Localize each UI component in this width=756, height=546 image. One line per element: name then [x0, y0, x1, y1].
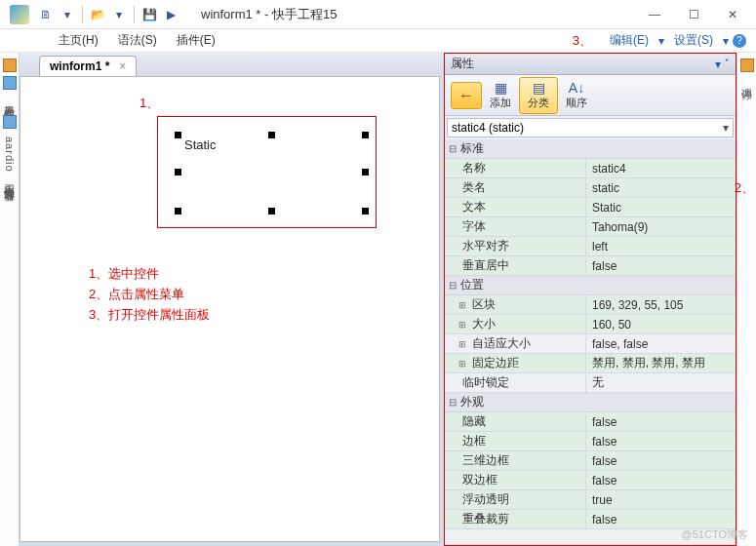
minimize-button[interactable]: —: [635, 0, 674, 29]
property-name: 双边框: [445, 471, 586, 489]
menu-settings[interactable]: 设置(S): [664, 30, 723, 51]
menu-plugin[interactable]: 插件(E): [167, 30, 225, 51]
dropdown-icon[interactable]: ▾: [59, 6, 76, 23]
rail-label-controls[interactable]: 界面控件: [2, 98, 17, 101]
property-row[interactable]: 边框false: [445, 432, 736, 451]
expand-icon[interactable]: ⊞: [458, 359, 470, 369]
static-control[interactable]: Static: [184, 137, 217, 152]
resize-handle[interactable]: [268, 208, 275, 214]
back-button[interactable]: ←: [451, 82, 482, 109]
property-value[interactable]: false: [586, 432, 736, 450]
property-value[interactable]: 无: [586, 373, 736, 392]
property-value[interactable]: 禁用, 禁用, 禁用, 禁用: [586, 354, 736, 372]
expand-icon[interactable]: ⊞: [458, 300, 470, 310]
property-value[interactable]: left: [586, 237, 736, 255]
property-name: 垂直居中: [445, 256, 586, 275]
form-designer-canvas[interactable]: 1、 Static 1、选中控件 2、点击属性菜单 3、打开控件属性面板: [20, 76, 440, 542]
property-row[interactable]: 重叠裁剪false: [445, 510, 736, 529]
annotation-1: 1、: [139, 95, 159, 112]
menu-home[interactable]: 主页(H): [49, 30, 108, 51]
tab-close-icon[interactable]: ×: [119, 59, 126, 73]
collapse-icon[interactable]: ⊟: [445, 397, 460, 408]
open-icon[interactable]: 📂: [89, 6, 106, 23]
controls-icon-2[interactable]: [3, 76, 17, 90]
property-row[interactable]: ⊞固定边距禁用, 禁用, 禁用, 禁用: [445, 354, 736, 373]
add-button[interactable]: ▦添加: [482, 77, 519, 114]
property-value[interactable]: false: [586, 256, 736, 275]
expand-icon[interactable]: ⊞: [458, 339, 470, 349]
property-row[interactable]: ⊞区块169, 329, 55, 105: [445, 295, 736, 315]
property-row[interactable]: 双边框false: [445, 471, 736, 490]
maximize-button[interactable]: ☐: [674, 0, 713, 29]
resize-handle[interactable]: [362, 169, 369, 176]
property-row[interactable]: 临时锁定无: [445, 373, 736, 393]
property-row[interactable]: 名称static4: [445, 159, 736, 178]
resize-handle[interactable]: [175, 132, 181, 138]
property-value[interactable]: false: [586, 471, 736, 489]
group-icon: ▤: [533, 80, 545, 96]
resize-handle[interactable]: [268, 132, 275, 138]
controls-icon[interactable]: [3, 58, 17, 72]
resize-handle[interactable]: [175, 169, 181, 176]
category-row[interactable]: ⊟位置: [445, 276, 736, 295]
property-value[interactable]: static4: [586, 159, 736, 177]
property-value[interactable]: static: [586, 178, 736, 197]
resize-handle[interactable]: [362, 208, 369, 214]
left-rail-1: 界面控件 aardio 工程资源管理器: [0, 53, 20, 546]
add-icon: ▦: [495, 80, 507, 96]
property-row[interactable]: ⊞自适应大小false, false: [445, 334, 736, 354]
property-row[interactable]: 垂直居中false: [445, 256, 736, 276]
project-icon[interactable]: [3, 115, 17, 129]
dropdown-icon: ▾: [723, 121, 729, 135]
object-selector[interactable]: static4 (static) ▾: [447, 118, 734, 137]
property-row[interactable]: 字体Tahoma(9): [445, 217, 736, 237]
new-file-icon[interactable]: 🗎: [37, 6, 55, 23]
sort-button[interactable]: A↓顺序: [558, 77, 595, 114]
menu-syntax[interactable]: 语法(S): [108, 30, 167, 51]
group-button[interactable]: ▤分类: [519, 77, 558, 114]
property-value[interactable]: 160, 50: [586, 315, 736, 333]
resize-handle[interactable]: [362, 132, 369, 138]
window-title: winform1 * - 快手工程15: [201, 6, 337, 23]
close-button[interactable]: ✕: [713, 0, 752, 29]
property-value[interactable]: Static: [586, 198, 736, 216]
property-name: ⊞自适应大小: [445, 334, 586, 353]
property-value[interactable]: false, false: [586, 334, 736, 353]
property-value[interactable]: false: [586, 412, 736, 431]
expand-icon[interactable]: ⊞: [458, 320, 470, 330]
resize-handle[interactable]: [175, 208, 181, 214]
property-row[interactable]: 类名static: [445, 178, 736, 198]
property-grid[interactable]: ⊟标准名称static4类名static文本Static字体Tahoma(9)水…: [445, 139, 736, 545]
properties-title: 属性: [451, 56, 474, 72]
property-name: 类名: [445, 178, 586, 197]
mediator-icon[interactable]: [740, 58, 754, 72]
property-value[interactable]: 169, 329, 55, 105: [586, 295, 736, 314]
property-name: ⊞区块: [445, 295, 586, 314]
dropdown-icon[interactable]: ▾: [110, 6, 128, 23]
property-name: 临时锁定: [445, 373, 586, 392]
category-row[interactable]: ⊟标准: [445, 139, 736, 159]
category-row[interactable]: ⊟外观: [445, 393, 736, 412]
property-row[interactable]: 隐藏false: [445, 412, 736, 432]
rail-label-mediator[interactable]: 调停: [739, 80, 754, 82]
property-row[interactable]: 文本Static: [445, 198, 736, 217]
property-row[interactable]: 三维边框false: [445, 451, 736, 471]
collapse-icon[interactable]: ⊟: [445, 143, 460, 154]
property-row[interactable]: ⊞大小160, 50: [445, 315, 736, 334]
rail-label-project[interactable]: aardio 工程资源管理器: [2, 136, 17, 183]
property-name: 字体: [445, 217, 586, 236]
tab-winform1[interactable]: winform1 * ×: [39, 56, 137, 76]
help-icon[interactable]: ?: [733, 34, 746, 48]
property-row[interactable]: 浮动透明true: [445, 490, 736, 510]
property-name: 浮动透明: [445, 490, 586, 509]
menu-edit[interactable]: 编辑(E): [600, 30, 658, 51]
property-row[interactable]: 水平对齐left: [445, 237, 736, 256]
property-value[interactable]: Tahoma(9): [586, 217, 736, 236]
run-icon[interactable]: ▶: [162, 6, 179, 23]
save-icon[interactable]: 💾: [140, 6, 158, 23]
property-value[interactable]: false: [586, 510, 736, 528]
property-value[interactable]: true: [586, 490, 736, 509]
pin-icon[interactable]: ▾ ˟: [715, 58, 730, 71]
collapse-icon[interactable]: ⊟: [445, 280, 460, 291]
property-value[interactable]: false: [586, 451, 736, 470]
